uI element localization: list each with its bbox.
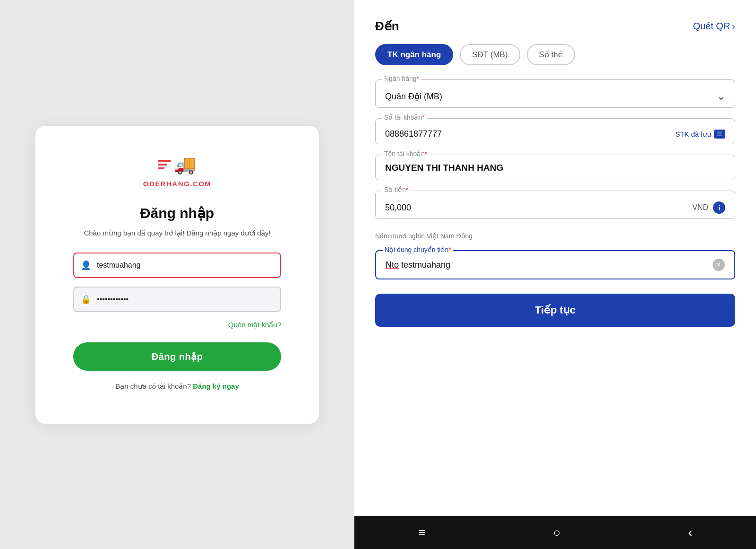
- amount-note: Năm mươi nghìn Việt Nam Đồng: [375, 232, 735, 240]
- so-tk-box[interactable]: Số tài khoản* 088861877777 STK đã lưu ☰: [375, 118, 735, 144]
- register-link[interactable]: Đăng ký ngay: [193, 382, 239, 390]
- tiep-tuc-button[interactable]: Tiếp tục: [375, 294, 735, 327]
- so-tk-value: 088861877777: [385, 129, 442, 139]
- logo-line-2: [158, 164, 167, 166]
- so-tien-box[interactable]: Số tiền* 50,000 VND i: [375, 191, 735, 219]
- tab-so-the[interactable]: Số thẻ: [527, 44, 575, 65]
- ngan-hang-field: Ngân hàng* Quân Đội (MB) ⌄: [375, 79, 735, 108]
- noi-dung-underline: Nto: [386, 260, 399, 270]
- menu-icon[interactable]: ≡: [418, 525, 425, 540]
- password-group: 🔒: [73, 287, 281, 312]
- register-prompt: Bạn chưa có tài khoản?: [115, 382, 191, 390]
- ngan-hang-box[interactable]: Ngân hàng* Quân Đội (MB) ⌄: [375, 79, 735, 108]
- dropdown-icon: ⌄: [717, 90, 725, 103]
- login-card: 🚚 ODERHANG.COM Đăng nhập Chào mừng bạn đ…: [35, 126, 319, 424]
- ten-tk-field: Tên tài khoản* NGUYEN THI THANH HANG: [375, 155, 735, 180]
- stk-saved-icon: ☰: [714, 130, 725, 139]
- forgot-password-link[interactable]: Quên mật khẩu?: [228, 321, 281, 329]
- section-header: Đến Quét QR ›: [375, 19, 735, 34]
- chevron-right-icon: ›: [732, 21, 735, 32]
- ngan-hang-value: Quân Đội (MB): [385, 91, 442, 102]
- login-title: Đăng nhập: [140, 205, 214, 221]
- so-tk-field: Số tài khoản* 088861877777 STK đã lưu ☰: [375, 118, 735, 144]
- user-icon: 👤: [81, 260, 91, 270]
- section-title: Đến: [375, 19, 399, 34]
- tab-row: TK ngân hàng SĐT (MB) Số thẻ: [375, 44, 735, 65]
- lock-icon: 🔒: [81, 294, 91, 305]
- so-tien-label: Số tiền*: [382, 186, 410, 193]
- logo-text: ODERHANG.COM: [143, 180, 212, 188]
- so-tien-field: Số tiền* 50,000 VND i: [375, 191, 735, 219]
- logo-line-3: [158, 167, 164, 169]
- login-subtitle: Chào mừng bạn đã quay trở lại! Đăng nhập…: [84, 229, 270, 237]
- home-icon[interactable]: ○: [553, 525, 560, 540]
- ten-tk-value: NGUYEN THI THANH HANG: [385, 163, 725, 173]
- info-icon: i: [713, 201, 725, 214]
- qr-link[interactable]: Quét QR ›: [693, 21, 735, 32]
- so-tien-value: 50,000: [385, 203, 411, 213]
- login-button[interactable]: Đăng nhập: [73, 342, 281, 371]
- noi-dung-label: Nội dung chuyển tiền*: [383, 246, 453, 253]
- logo-icon: 🚚: [158, 154, 196, 175]
- stk-saved-text: STK đã lưu: [675, 130, 711, 139]
- back-icon[interactable]: ‹: [688, 525, 692, 540]
- noi-dung-field[interactable]: Nội dung chuyển tiền* Nto testmuahang ×: [375, 250, 735, 279]
- logo-line-1: [158, 160, 171, 162]
- ten-tk-label: Tên tài khoản*: [382, 150, 430, 157]
- qr-label: Quét QR: [693, 21, 730, 32]
- username-input[interactable]: [73, 253, 281, 278]
- left-panel: 🚚 ODERHANG.COM Đăng nhập Chào mừng bạn đ…: [0, 0, 354, 549]
- right-panel: Đến Quét QR › TK ngân hàng SĐT (MB) Số t…: [354, 0, 756, 549]
- tab-sdt-mb[interactable]: SĐT (MB): [460, 44, 520, 65]
- tab-tk-ngan-hang[interactable]: TK ngân hàng: [375, 44, 453, 65]
- so-tk-label: Số tài khoản*: [382, 113, 427, 121]
- ngan-hang-label: Ngân hàng*: [382, 75, 421, 82]
- password-input[interactable]: [73, 287, 281, 312]
- logo-lines: [158, 160, 171, 169]
- logo-area: 🚚 ODERHANG.COM: [143, 154, 212, 188]
- clear-icon[interactable]: ×: [713, 259, 725, 271]
- bottom-nav: ≡ ○ ‹: [354, 516, 756, 549]
- stk-saved: STK đã lưu ☰: [675, 130, 725, 139]
- noi-dung-value: Nto testmuahang: [386, 260, 450, 270]
- username-group: 👤: [73, 253, 281, 278]
- currency-label: VND: [692, 203, 708, 212]
- truck-icon: 🚚: [174, 154, 196, 175]
- register-text: Bạn chưa có tài khoản? Đăng ký ngay: [115, 382, 239, 391]
